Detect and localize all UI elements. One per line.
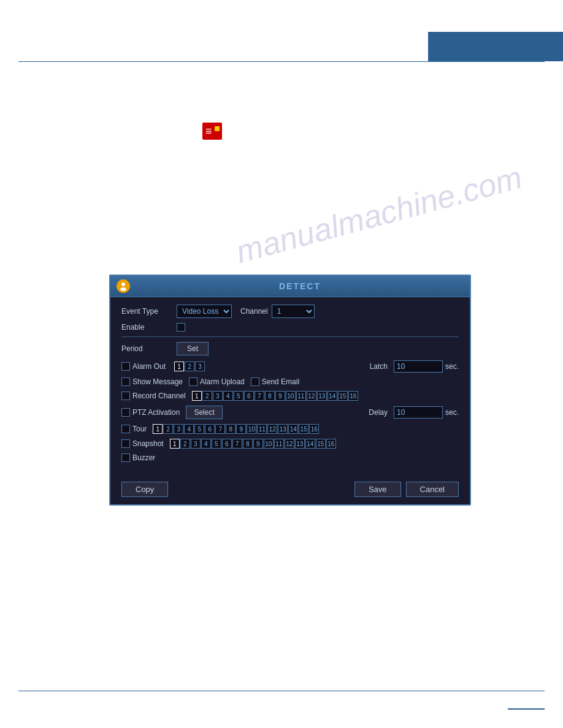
tour-num-16[interactable]: 16 <box>309 424 319 434</box>
rec-num-16[interactable]: 16 <box>348 391 358 401</box>
rec-num-9[interactable]: 9 <box>275 391 285 401</box>
buzzer-label: Buzzer <box>132 453 155 462</box>
bottom-rule <box>18 691 545 691</box>
alarm-out-label: Alarm Out <box>132 362 166 371</box>
event-type-select[interactable]: Video Loss <box>177 305 232 318</box>
latch-unit: sec. <box>445 362 459 371</box>
dvr-icon: ≡ <box>202 123 222 140</box>
snap-num-4[interactable]: 4 <box>201 439 211 449</box>
tour-label: Tour <box>132 425 147 433</box>
dialog-body: Event Type Video Loss Channel 1 Enable P… <box>110 297 470 476</box>
alarm-upload-label: Alarm Upload <box>200 377 245 386</box>
tour-num-6[interactable]: 6 <box>205 424 215 434</box>
snap-num-13[interactable]: 13 <box>295 439 305 449</box>
copy-button[interactable]: Copy <box>121 482 168 497</box>
alarm-out-checkbox[interactable] <box>121 362 130 371</box>
snap-num-16[interactable]: 16 <box>326 439 336 449</box>
alarm-num-1[interactable]: 1 <box>174 362 184 371</box>
snap-num-12[interactable]: 12 <box>285 439 294 449</box>
alarm-out-numbers: 1 2 3 <box>174 362 205 371</box>
alarm-num-2[interactable]: 2 <box>185 362 194 371</box>
header-block <box>428 32 563 61</box>
snap-num-8[interactable]: 8 <box>243 439 253 449</box>
tour-num-11[interactable]: 11 <box>257 424 267 434</box>
snapshot-row: Snapshot 1 2 3 4 5 6 7 8 9 10 11 12 13 1… <box>121 439 459 449</box>
watermark: manualmachine.com <box>232 159 526 270</box>
show-message-checkbox[interactable] <box>121 377 130 386</box>
svg-text:≡: ≡ <box>205 125 212 137</box>
enable-checkbox[interactable] <box>177 323 185 332</box>
rec-num-11[interactable]: 11 <box>296 391 306 401</box>
snap-num-9[interactable]: 9 <box>253 439 263 449</box>
bottom-right-bar <box>508 708 545 710</box>
tour-checkbox[interactable] <box>121 425 130 433</box>
tour-num-7[interactable]: 7 <box>215 424 225 434</box>
latch-input[interactable]: 10 <box>394 360 443 373</box>
footer-right-buttons: Save Cancel <box>350 482 459 497</box>
snap-num-5[interactable]: 5 <box>212 439 221 449</box>
record-channel-checkbox[interactable] <box>121 392 130 400</box>
ptz-label: PTZ Activation <box>132 408 180 417</box>
buzzer-checkbox[interactable] <box>121 453 130 462</box>
snap-num-10[interactable]: 10 <box>264 439 274 449</box>
snap-num-7[interactable]: 7 <box>232 439 242 449</box>
svg-point-3 <box>121 282 125 286</box>
rec-num-15[interactable]: 15 <box>338 391 348 401</box>
snap-num-11[interactable]: 11 <box>274 439 284 449</box>
tour-num-10[interactable]: 10 <box>247 424 256 434</box>
record-channel-label: Record Channel <box>132 392 186 400</box>
rec-num-13[interactable]: 13 <box>317 391 327 401</box>
channel-label: Channel <box>240 307 268 316</box>
delay-input[interactable]: 10 <box>394 406 443 419</box>
tour-num-13[interactable]: 13 <box>278 424 288 434</box>
tour-num-4[interactable]: 4 <box>184 424 194 434</box>
tour-num-12[interactable]: 12 <box>267 424 277 434</box>
snap-num-3[interactable]: 3 <box>191 439 201 449</box>
divider1 <box>121 336 459 337</box>
ptz-select-button[interactable]: Select <box>186 406 222 419</box>
ptz-row: PTZ Activation Select Delay 10 sec. <box>121 406 459 419</box>
alarm-upload-checkbox[interactable] <box>189 377 197 386</box>
snap-num-6[interactable]: 6 <box>222 439 232 449</box>
rec-num-2[interactable]: 2 <box>202 391 212 401</box>
svg-rect-2 <box>215 126 220 131</box>
tour-num-15[interactable]: 15 <box>299 424 308 434</box>
rec-num-4[interactable]: 4 <box>223 391 233 401</box>
ptz-checkbox[interactable] <box>121 408 130 417</box>
rec-num-1[interactable]: 1 <box>192 391 202 401</box>
snap-num-15[interactable]: 15 <box>316 439 326 449</box>
rec-num-10[interactable]: 10 <box>286 391 296 401</box>
send-email-checkbox[interactable] <box>251 377 259 386</box>
tour-num-9[interactable]: 9 <box>236 424 246 434</box>
alarm-num-3[interactable]: 3 <box>195 362 205 371</box>
tour-num-2[interactable]: 2 <box>163 424 173 434</box>
tour-num-3[interactable]: 3 <box>174 424 183 434</box>
tour-num-1[interactable]: 1 <box>153 424 163 434</box>
period-set-button[interactable]: Set <box>177 342 209 355</box>
rec-num-5[interactable]: 5 <box>234 391 243 401</box>
cancel-button[interactable]: Cancel <box>406 482 459 497</box>
period-row: Period Set <box>121 342 459 355</box>
rec-num-8[interactable]: 8 <box>265 391 275 401</box>
channel-select[interactable]: 1 <box>272 305 315 318</box>
rec-num-6[interactable]: 6 <box>244 391 254 401</box>
snap-num-2[interactable]: 2 <box>180 439 190 449</box>
detect-dialog: DETECT Event Type Video Loss Channel 1 E… <box>109 275 471 506</box>
rec-num-3[interactable]: 3 <box>213 391 223 401</box>
rec-num-14[interactable]: 14 <box>327 391 337 401</box>
show-message-label: Show Message <box>132 377 183 386</box>
tour-numbers: 1 2 3 4 5 6 7 8 9 10 11 12 13 14 15 16 <box>153 424 320 434</box>
snap-num-1[interactable]: 1 <box>170 439 180 449</box>
enable-label: Enable <box>121 323 177 332</box>
tour-num-5[interactable]: 5 <box>194 424 204 434</box>
snapshot-checkbox[interactable] <box>121 439 130 448</box>
save-button[interactable]: Save <box>354 482 401 497</box>
rec-num-7[interactable]: 7 <box>255 391 264 401</box>
delay-label: Delay <box>357 408 388 417</box>
record-channel-row: Record Channel 1 2 3 4 5 6 7 8 9 10 11 1… <box>121 391 459 401</box>
tour-num-8[interactable]: 8 <box>226 424 236 434</box>
rec-num-12[interactable]: 12 <box>307 391 316 401</box>
buzzer-row: Buzzer <box>121 453 459 462</box>
snap-num-14[interactable]: 14 <box>305 439 315 449</box>
tour-num-14[interactable]: 14 <box>288 424 298 434</box>
